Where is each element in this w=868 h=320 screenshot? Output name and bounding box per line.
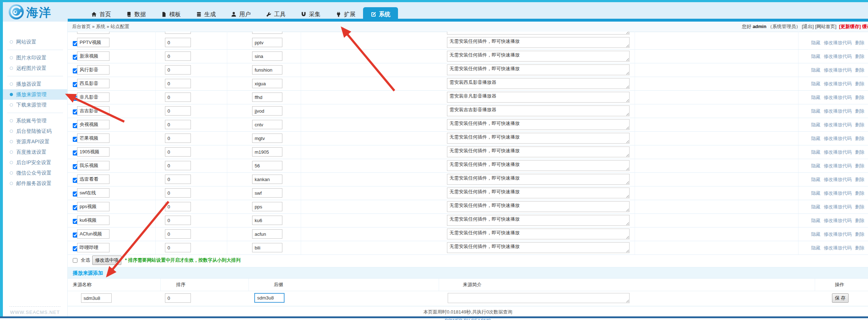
sidebar-item-entry[interactable]: 百度推送设置 [3, 147, 67, 157]
action-hide-link[interactable]: 隐藏 [811, 81, 820, 87]
action-hide-link[interactable]: 隐藏 [811, 176, 820, 183]
row-suffix-input[interactable] [252, 147, 282, 157]
sidebar-item-entry[interactable]: 系统账号管理 [3, 116, 67, 126]
action-delete-link[interactable]: 删除 [855, 176, 864, 183]
action-hide-link[interactable]: 隐藏 [811, 135, 820, 142]
action-edit-player-code-link[interactable]: 修改播放代码 [824, 217, 852, 224]
row-desc-textarea[interactable]: 无需安装任何插件，即可快速播放 [447, 51, 630, 62]
row-suffix-input[interactable] [252, 106, 282, 116]
row-desc-textarea[interactable]: 无需安装任何插件，即可快速播放 [447, 133, 630, 144]
row-order-input[interactable] [165, 106, 191, 116]
row-suffix-input[interactable] [252, 38, 282, 47]
logout-link[interactable]: [退出] [802, 24, 814, 29]
row-name-input[interactable] [77, 229, 109, 239]
row-order-input[interactable] [165, 243, 191, 252]
sidebar-item-entry[interactable]: 后台登陆验证码 [3, 126, 67, 136]
row-suffix-input[interactable] [252, 120, 282, 129]
row-name-input[interactable] [77, 134, 109, 143]
row-suffix-input[interactable] [252, 65, 282, 75]
sidebar-item-entry[interactable]: 网站设置 [3, 37, 67, 47]
action-delete-link[interactable]: 删除 [855, 204, 864, 210]
sidebar-item-entry[interactable]: 邮件服务器设置 [3, 178, 67, 189]
row-order-input[interactable] [165, 65, 191, 75]
action-delete-link[interactable]: 删除 [855, 94, 864, 101]
row-desc-textarea[interactable]: 需安装非凡影音播放器 [447, 92, 630, 103]
row-suffix-input[interactable] [252, 188, 282, 198]
action-hide-link[interactable]: 隐藏 [811, 245, 820, 251]
row-desc-textarea[interactable] [447, 32, 630, 35]
row-suffix-input[interactable] [252, 202, 282, 211]
row-suffix-input[interactable] [252, 161, 282, 170]
row-name-input[interactable] [77, 243, 109, 252]
action-delete-link[interactable]: 删除 [855, 163, 864, 169]
row-name-input[interactable] [77, 147, 109, 157]
action-delete-link[interactable]: 删除 [855, 231, 864, 238]
row-suffix-input[interactable] [252, 229, 282, 239]
row-order-input[interactable] [165, 134, 191, 143]
row-name-input[interactable] [77, 120, 109, 129]
action-delete-link[interactable]: 删除 [855, 40, 864, 46]
row-order-input[interactable] [165, 79, 191, 88]
row-suffix-input[interactable] [252, 32, 282, 34]
row-name-input[interactable] [77, 79, 109, 88]
sidebar-item-entry[interactable]: 微信公众号设置 [3, 168, 67, 178]
action-delete-link[interactable]: 删除 [855, 217, 864, 224]
row-order-input[interactable] [165, 120, 191, 129]
row-desc-textarea[interactable]: 无需安装任何插件，即可快速播放 [447, 160, 630, 171]
row-name-input[interactable] [77, 51, 109, 61]
row-suffix-input[interactable] [252, 175, 282, 184]
row-order-input[interactable] [165, 229, 191, 239]
action-delete-link[interactable]: 删除 [855, 245, 864, 251]
row-name-input[interactable] [77, 175, 109, 184]
update-cache-link[interactable]: [更新缓存] [839, 24, 861, 29]
row-desc-textarea[interactable]: 无需安装任何插件，即可快速播放 [447, 64, 630, 75]
sidebar-item-entry[interactable]: 播放器设置 [3, 79, 67, 89]
action-hide-link[interactable]: 隐藏 [811, 108, 820, 114]
row-desc-textarea[interactable]: 无需安装任何插件，即可快速播放 [447, 37, 630, 48]
action-edit-player-code-link[interactable]: 修改播放代码 [824, 135, 852, 142]
row-desc-textarea[interactable]: 无需安装任何插件，即可快速播放 [447, 215, 630, 226]
row-name-input[interactable] [77, 202, 109, 211]
action-edit-player-code-link[interactable]: 修改播放代码 [824, 163, 852, 169]
row-suffix-input[interactable] [252, 79, 282, 88]
row-desc-textarea[interactable]: 无需安装任何插件，即可快速播放 [447, 188, 630, 198]
action-edit-player-code-link[interactable]: 修改播放代码 [824, 94, 852, 101]
action-hide-link[interactable]: 隐藏 [811, 217, 820, 224]
row-desc-textarea[interactable]: 无需安装任何插件，即可快速播放 [447, 174, 630, 185]
action-delete-link[interactable]: 删除 [855, 122, 864, 128]
row-desc-textarea[interactable]: 无需安装任何插件，即可快速播放 [447, 147, 630, 157]
row-order-input[interactable] [165, 161, 191, 170]
row-suffix-input[interactable] [252, 216, 282, 225]
save-button[interactable]: 保 存 [832, 293, 849, 303]
action-hide-link[interactable]: 隐藏 [811, 122, 820, 128]
row-desc-textarea[interactable]: 无需安装任何插件，即可快速播放 [447, 229, 630, 239]
row-order-input[interactable] [165, 202, 191, 211]
action-edit-player-code-link[interactable]: 修改播放代码 [824, 149, 852, 156]
select-all-checkbox[interactable] [73, 258, 77, 263]
row-desc-textarea[interactable]: 无需安装任何插件，即可快速播放 [447, 119, 630, 130]
action-edit-player-code-link[interactable]: 修改播放代码 [824, 245, 852, 251]
sidebar-item-entry[interactable]: 远程图片设置 [3, 63, 67, 73]
row-name-input[interactable] [77, 106, 109, 116]
row-order-input[interactable] [165, 147, 191, 157]
row-desc-textarea[interactable]: 需安装西瓜影音播放器 [447, 78, 630, 89]
action-edit-player-code-link[interactable]: 修改播放代码 [824, 53, 852, 60]
action-delete-link[interactable]: 删除 [855, 67, 864, 73]
action-delete-link[interactable]: 删除 [855, 81, 864, 87]
sidebar-item-entry[interactable]: 后台IP安全设置 [3, 157, 67, 168]
row-order-input[interactable] [165, 32, 191, 34]
row-suffix-input[interactable] [252, 134, 282, 143]
row-suffix-input[interactable] [252, 93, 282, 102]
row-name-input[interactable] [77, 188, 109, 198]
action-hide-link[interactable]: 隐藏 [811, 231, 820, 238]
action-hide-link[interactable]: 隐藏 [811, 163, 820, 169]
action-edit-player-code-link[interactable]: 修改播放代码 [824, 108, 852, 114]
action-hide-link[interactable]: 隐藏 [811, 204, 820, 210]
row-name-input[interactable] [77, 38, 109, 47]
add-form-order-input[interactable] [165, 293, 191, 303]
action-delete-link[interactable]: 删除 [855, 135, 864, 142]
row-name-input[interactable] [77, 32, 109, 34]
action-edit-player-code-link[interactable]: 修改播放代码 [824, 81, 852, 87]
action-hide-link[interactable]: 隐藏 [811, 67, 820, 73]
site-home-link[interactable]: [网站首页] [815, 24, 836, 29]
